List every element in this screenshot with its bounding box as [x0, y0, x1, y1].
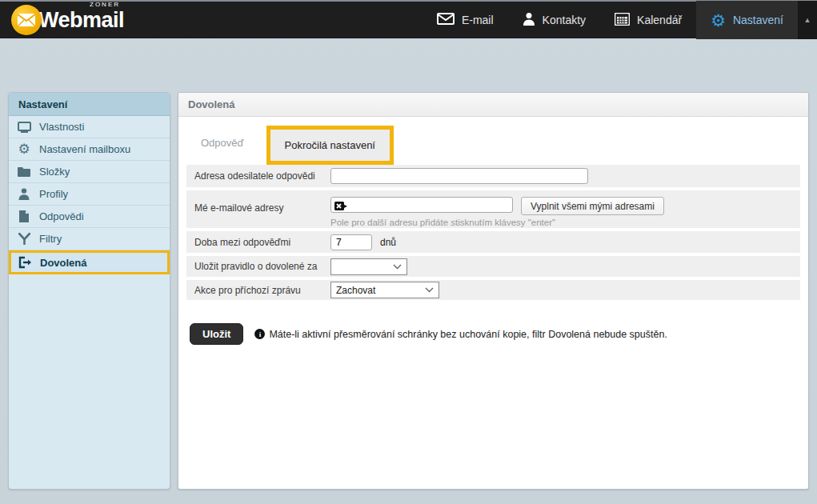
- email-input-wrap: [330, 197, 513, 213]
- my-email-address-input[interactable]: [330, 197, 513, 213]
- brand-text: ZONER Webmail: [38, 8, 124, 33]
- nav-item-label: Nastavení: [733, 14, 783, 26]
- field-label: Mé e-mailové adresy: [194, 202, 330, 214]
- nav-item-kalendar[interactable]: Kalendář: [600, 1, 696, 39]
- form-actions: Uložit i Máte-li aktivní přesměrování sc…: [190, 323, 808, 345]
- person-icon: [523, 12, 535, 28]
- webmail-logo[interactable]: ZONER Webmail: [11, 5, 124, 35]
- document-icon: [17, 210, 31, 222]
- envelope-icon: [437, 13, 455, 27]
- row-me-emailove-adresy: Mé e-mailové adresy Vyplnit všem: [186, 190, 800, 228]
- brand-zoner-label: ZONER: [90, 1, 120, 8]
- nav-item-kontakty[interactable]: Kontakty: [508, 1, 600, 39]
- remove-address-icon[interactable]: [334, 200, 347, 214]
- select-value: Zachovat: [336, 285, 375, 296]
- info-note: i Máte-li aktivní přesměrování schránky …: [254, 329, 667, 340]
- tab-bar: Odpověď Pokročilá nastavení: [178, 117, 808, 165]
- nav-item-label: Kalendář: [637, 14, 682, 26]
- chevron-down-icon: [425, 286, 434, 294]
- sidebar-item-nastaveni-mailboxu[interactable]: ⚙ Nastavení mailboxu: [9, 138, 170, 161]
- field-label: Akce pro příchozí zprávu: [194, 285, 330, 296]
- settings-sidebar: Nastavení Vlastnosti ⚙ Nastavení mailbox…: [8, 92, 170, 490]
- field-label: Doba mezi odpověďmi: [194, 237, 330, 248]
- brand-webmail-label: Webmail: [38, 8, 124, 32]
- row-adresa-odesilatele: Adresa odesilatele odpovědi: [186, 165, 800, 187]
- calendar-icon: [615, 13, 630, 28]
- sidebar-item-vlastnosti[interactable]: Vlastnosti: [9, 116, 170, 138]
- sidebar-item-label: Složky: [39, 166, 70, 178]
- days-suffix-label: dnů: [380, 237, 396, 248]
- gear-icon: ⚙: [711, 12, 726, 29]
- exit-icon: [18, 256, 32, 269]
- row-akce-pro-prichozi: Akce pro příchozí zprávu Zachovat: [186, 280, 800, 300]
- nav-item-nastaveni[interactable]: ⚙ Nastavení: [696, 1, 798, 39]
- tab-odpoved[interactable]: Odpověď: [188, 129, 257, 157]
- settings-form: Adresa odesilatele odpovědi Mé e-mailové…: [178, 165, 808, 300]
- chevron-down-icon: [393, 262, 402, 271]
- save-rule-select[interactable]: [330, 258, 407, 275]
- sidebar-item-label: Vlastnosti: [39, 121, 84, 133]
- sidebar-item-label: Nastavení mailboxu: [39, 143, 130, 155]
- info-icon: i: [254, 329, 265, 339]
- sidebar-title: Nastavení: [9, 93, 170, 116]
- page-title: Dovolená: [178, 93, 808, 117]
- nav-item-label: E-mail: [462, 14, 494, 26]
- person-icon: [17, 188, 31, 200]
- tab-highlight-box: Pokročilá nastavení: [266, 126, 394, 165]
- monitor-icon: [17, 122, 31, 133]
- sidebar-item-profily[interactable]: Profily: [9, 183, 170, 206]
- tab-pokrocila-nastaveni[interactable]: Pokročilá nastavení: [270, 130, 390, 161]
- envelope-logo-icon: [11, 5, 42, 35]
- reply-sender-address-input[interactable]: [330, 168, 588, 184]
- field-label: Adresa odesilatele odpovědi: [194, 170, 330, 182]
- top-navigation: E-mail Kontakty: [423, 1, 817, 39]
- incoming-action-select[interactable]: Zachovat: [330, 282, 439, 298]
- sidebar-item-label: Odpovědi: [39, 210, 84, 222]
- save-button[interactable]: Uložit: [190, 323, 243, 345]
- sidebar-item-odpovedi[interactable]: Odpovědi: [9, 206, 170, 228]
- fill-all-addresses-button[interactable]: Vyplnit všemi mými adresami: [521, 197, 664, 215]
- row-doba-mezi-odpovedmi: Doba mezi odpověďmi dnů: [186, 231, 800, 253]
- chevron-up-icon: ▲: [804, 16, 811, 24]
- sidebar-item-slozky[interactable]: Složky: [9, 161, 170, 183]
- field-label: Uložit pravidlo o dovolené za: [194, 261, 330, 272]
- filter-icon: [17, 233, 31, 245]
- info-text: Máte-li aktivní přesměrování schránky be…: [269, 329, 667, 340]
- sidebar-item-label: Filtry: [39, 233, 62, 245]
- main-panel: Dovolená Odpověď Pokročilá nastavení Adr…: [178, 92, 809, 490]
- gear-icon: ⚙: [17, 142, 31, 156]
- sidebar-item-filtry[interactable]: Filtry: [9, 228, 170, 250]
- nav-item-email[interactable]: E-mail: [423, 1, 508, 39]
- sidebar-item-dovolena[interactable]: Dovolená: [9, 250, 170, 274]
- row-ulozit-pravidlo: Uložit pravidlo o dovolené za: [186, 256, 800, 277]
- nav-item-label: Kontakty: [543, 14, 586, 26]
- folder-icon: [17, 166, 31, 177]
- collapse-topbar-button[interactable]: ▲: [798, 1, 817, 39]
- email-helper-text: Pole pro další adresu přidáte stisknutím…: [330, 218, 664, 227]
- topbar: ZONER Webmail E-mail Kontakty: [0, 0, 817, 38]
- sidebar-item-label: Dovolená: [40, 257, 87, 269]
- sidebar-item-label: Profily: [39, 188, 68, 200]
- email-addresses-group: Vyplnit všemi mými adresami Pole pro dal…: [330, 190, 664, 227]
- reply-interval-input[interactable]: [330, 234, 372, 250]
